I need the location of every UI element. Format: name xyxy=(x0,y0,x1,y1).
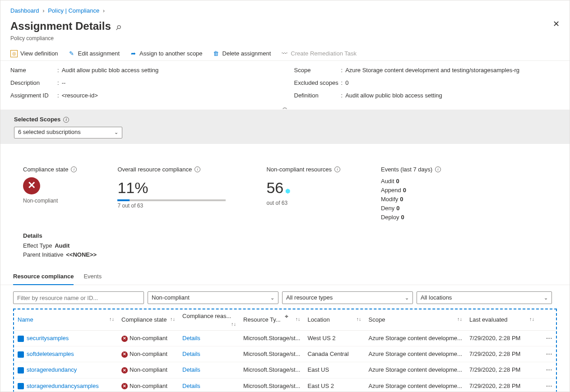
details-link[interactable]: Details xyxy=(182,383,200,389)
table-row[interactable]: storageredundancy✕Non-compliantDetailsMi… xyxy=(14,362,556,378)
breadcrumb: Dashboard › Policy | Compliance › xyxy=(0,0,570,17)
tab-resource-compliance[interactable]: Resource compliance xyxy=(13,269,74,285)
row-menu-button[interactable]: ··· xyxy=(538,330,556,346)
noncompliant-icon: ✕ xyxy=(121,367,128,374)
definition-label: Definition xyxy=(294,92,341,100)
resource-type-filter-select[interactable]: All resource types⌄ xyxy=(282,291,413,304)
metadata-panel: Name:Audit allow public blob access sett… xyxy=(0,61,570,111)
resource-icon xyxy=(18,336,24,342)
info-icon[interactable]: i xyxy=(334,166,340,172)
resource-icon xyxy=(18,367,24,374)
noncompliant-icon: ✕ xyxy=(121,383,128,389)
document-icon: ◎ xyxy=(10,50,18,57)
delete-assignment-button[interactable]: 🗑 Delete assignment xyxy=(213,50,271,58)
noncompliant-resources-stat: Non-compliant resourcesi 56⬢ out of 63 xyxy=(266,166,340,223)
row-menu-button[interactable]: ··· xyxy=(538,378,556,392)
tabs: Resource compliance Events xyxy=(0,269,570,285)
details-link[interactable]: Details xyxy=(182,366,200,373)
noncompliant-icon: ✕ xyxy=(121,336,128,342)
name-value: Audit allow public blob access setting xyxy=(62,66,159,74)
resource-link[interactable]: softdeletesamples xyxy=(27,350,74,357)
col-type[interactable]: Resource Ty...↑↓ xyxy=(240,309,304,330)
pin-icon[interactable]: ⚲ xyxy=(114,22,124,32)
event-item: Deploy0 xyxy=(381,213,441,221)
row-menu-button[interactable]: ··· xyxy=(538,362,556,378)
info-icon[interactable]: i xyxy=(435,166,441,172)
chevron-down-icon: ⌄ xyxy=(544,295,548,301)
collapse-icon[interactable]: ︽ xyxy=(283,104,287,111)
col-reason[interactable]: Compliance reas...↑↓ xyxy=(179,309,240,330)
excluded-scopes-label: Excluded scopes xyxy=(294,79,341,87)
col-location[interactable]: Location↑↓ xyxy=(304,309,365,330)
assign-scope-button[interactable]: ➦ Assign to another scope xyxy=(130,50,202,58)
tab-events[interactable]: Events xyxy=(83,269,102,285)
resource-link[interactable]: storageredundancysamples xyxy=(27,383,99,389)
details-link[interactable]: Details xyxy=(182,335,200,341)
cube-icon: ⬢ xyxy=(285,188,290,194)
event-item: Modify0 xyxy=(381,195,441,203)
definition-value: Audit allow public blob access setting xyxy=(345,92,442,100)
scopes-select[interactable]: 6 selected subscriptions ⌄ xyxy=(14,127,122,138)
trash-icon: 🗑 xyxy=(213,50,220,57)
chevron-down-icon: ⌄ xyxy=(114,129,118,136)
events-stat: Events (last 7 days)i Audit0Append0Modif… xyxy=(381,166,441,223)
chevron-down-icon: ⌄ xyxy=(405,295,409,301)
excluded-scopes-value: 0 xyxy=(345,79,348,87)
info-icon[interactable]: i xyxy=(195,166,200,172)
col-scope[interactable]: Scope↑↓ xyxy=(365,309,466,330)
table-row[interactable]: storageredundancysamples✕Non-compliantDe… xyxy=(14,378,556,392)
col-name[interactable]: Name↑↓ xyxy=(14,309,118,330)
resource-icon xyxy=(18,351,24,358)
page-subtitle: Policy compliance xyxy=(0,35,570,47)
compliance-filter-select[interactable]: Non-compliant⌄ xyxy=(148,291,278,304)
resource-link[interactable]: securitysamples xyxy=(27,335,69,341)
resource-link[interactable]: storageredundancy xyxy=(27,366,77,373)
description-value: -- xyxy=(62,79,66,87)
page-title: Assignment Details xyxy=(10,18,111,34)
col-state[interactable]: Compliance state↑↓ xyxy=(118,309,179,330)
view-definition-button[interactable]: ◎ View definition xyxy=(10,50,58,58)
assignment-id-value: <resource-id> xyxy=(62,92,98,100)
event-item: Deny0 xyxy=(381,204,441,212)
location-filter-select[interactable]: All locations⌄ xyxy=(417,291,552,304)
wrench-icon: 〰 xyxy=(281,50,288,57)
event-item: Append0 xyxy=(381,186,441,194)
assignment-id-label: Assignment ID xyxy=(10,92,57,100)
description-label: Description xyxy=(10,79,57,87)
breadcrumb-policy[interactable]: Policy | Compliance xyxy=(48,7,99,14)
selected-scopes-label: Selected Scopes xyxy=(14,115,60,124)
scope-value: Azure Storage content development and te… xyxy=(345,66,519,74)
details-section: Details Effect Type Audit Parent Initiat… xyxy=(0,232,570,269)
noncompliant-badge-icon: ✕ xyxy=(23,177,40,194)
col-evaluated[interactable]: Last evaluated↑↓ xyxy=(466,309,538,330)
table-row[interactable]: securitysamples✕Non-compliantDetailsMicr… xyxy=(14,330,556,346)
compliance-state-stat: Compliance statei ✕ Non-compliant xyxy=(23,166,77,223)
edit-assignment-button[interactable]: ✎ Edit assignment xyxy=(68,50,120,58)
table-row[interactable]: softdeletesamples✕Non-compliantDetailsMi… xyxy=(14,346,556,362)
info-icon[interactable]: i xyxy=(63,117,69,123)
overall-compliance-stat: Overall resource compliancei 11% 7 out o… xyxy=(117,166,226,223)
filter-input[interactable] xyxy=(13,291,144,304)
scope-label: Scope xyxy=(294,66,341,74)
chevron-down-icon: ⌄ xyxy=(270,295,274,301)
arrow-right-icon: ➦ xyxy=(130,50,137,57)
pencil-icon: ✎ xyxy=(68,50,75,57)
selected-scopes-panel: Selected Scopes i 6 selected subscriptio… xyxy=(0,110,570,143)
create-remediation-button: 〰 Create Remediation Task xyxy=(281,50,357,58)
event-item: Audit0 xyxy=(381,177,441,185)
resource-table: ⌖ Name↑↓ Compliance state↑↓ Compliance r… xyxy=(13,309,557,392)
toolbar: ◎ View definition ✎ Edit assignment ➦ As… xyxy=(0,47,570,61)
noncompliant-icon: ✕ xyxy=(121,351,128,358)
info-icon[interactable]: i xyxy=(71,166,77,172)
breadcrumb-dashboard[interactable]: Dashboard xyxy=(10,7,39,14)
details-link[interactable]: Details xyxy=(182,350,200,357)
row-menu-button[interactable]: ··· xyxy=(538,346,556,362)
resource-icon xyxy=(18,383,24,389)
name-label: Name xyxy=(10,66,57,74)
close-button[interactable]: ✕ xyxy=(553,18,560,30)
